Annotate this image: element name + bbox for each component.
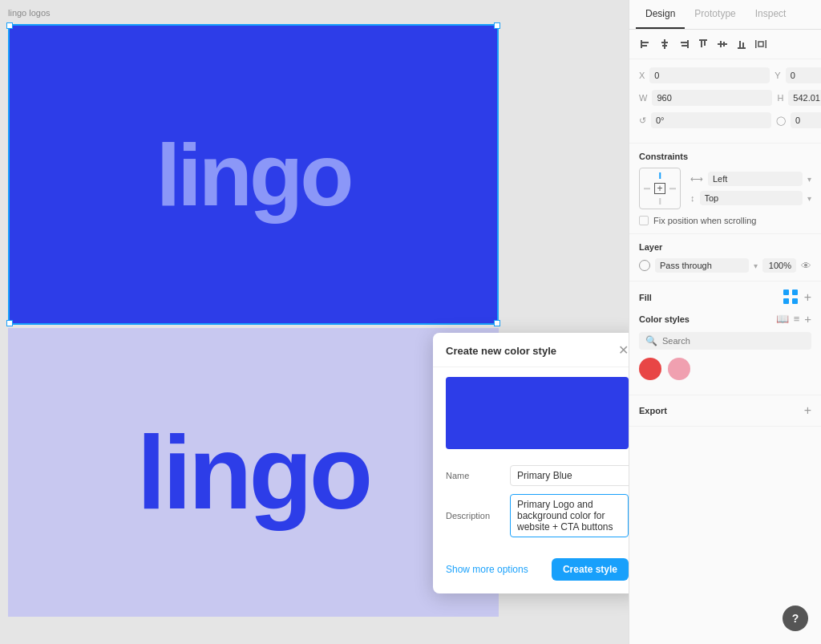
svg-rect-4 [661, 42, 668, 43]
xy-row: X Y [639, 67, 811, 83]
position-section: X Y W H ↕ ↺ ◯ ⤡ [629, 59, 821, 144]
show-more-link[interactable]: Show more options [446, 564, 528, 575]
svg-rect-10 [701, 41, 702, 47]
constraint-dropdowns: ⟷ LeftRightCenterScale ▾ ↕ TopBottomCent… [690, 172, 811, 205]
chevron-h-icon: ▾ [807, 175, 811, 184]
blend-mode-select[interactable]: Pass throughNormalMultiply [655, 258, 749, 273]
fill-section: Fill + Color styles 📖 ≡ + 🔍 [629, 281, 821, 395]
visibility-icon[interactable]: 👁 [801, 260, 811, 272]
layer-row: Pass throughNormalMultiply ▾ 👁 [639, 258, 811, 273]
description-label: Description [446, 511, 502, 520]
corner-handle-tl[interactable] [6, 22, 13, 29]
constraint-line-right [669, 188, 676, 189]
export-section: Export + [629, 395, 821, 427]
search-icon: 🔍 [645, 335, 657, 346]
name-field-row: Name Primary Blue [446, 465, 629, 486]
constraints-section: Constraints ⟷ LeftRightCenterScale ▾ ↕ [629, 144, 821, 234]
layer-section: Layer Pass throughNormalMultiply ▾ 👁 [629, 234, 821, 281]
align-center-v-icon[interactable] [716, 38, 729, 51]
library-icon[interactable]: 📖 [776, 313, 789, 325]
right-panel: Design Prototype Inspect X Y [629, 0, 821, 644]
logo-text-blue: lingo [156, 124, 351, 225]
color-swatch-pink[interactable] [668, 358, 690, 380]
svg-rect-18 [755, 40, 757, 48]
chevron-v-icon: ▾ [807, 194, 811, 203]
svg-rect-8 [681, 45, 687, 47]
fill-header: Fill + [639, 290, 811, 306]
vertical-constraint-row: ↕ TopBottomCenterScale ▾ [690, 191, 811, 205]
grid-dot-4 [792, 298, 798, 304]
add-color-style-icon[interactable]: + [804, 312, 811, 326]
corner-handle-tr[interactable] [494, 22, 500, 29]
svg-rect-11 [704, 41, 706, 46]
search-input[interactable] [662, 336, 805, 346]
corner-handle-br[interactable] [494, 320, 500, 326]
fill-style-icon[interactable] [783, 290, 799, 306]
vertical-constraint-icon: ↕ [690, 193, 695, 203]
horizontal-constraint-row: ⟷ LeftRightCenterScale ▾ [690, 172, 811, 186]
align-top-icon[interactable] [697, 38, 710, 51]
tab-prototype[interactable]: Prototype [685, 0, 745, 29]
corner-handle-bl[interactable] [6, 320, 13, 326]
distribute-icon[interactable] [754, 38, 767, 51]
align-right-icon[interactable] [677, 38, 690, 51]
logo-box-blue[interactable]: lingo 960 × 542.01 [8, 24, 499, 325]
svg-rect-3 [664, 39, 665, 49]
horizontal-constraint-select[interactable]: LeftRightCenterScale [708, 172, 803, 186]
list-view-icon[interactable]: ≡ [794, 313, 800, 325]
align-left-icon[interactable] [639, 38, 652, 51]
align-bottom-icon[interactable] [735, 38, 748, 51]
canvas-label: lingo logos [8, 8, 51, 18]
x-input[interactable] [649, 67, 770, 83]
description-input[interactable]: Primary Logo and background color for we… [510, 494, 629, 537]
add-export-icon[interactable]: + [804, 403, 811, 418]
search-bar: 🔍 [639, 332, 811, 350]
constraint-visual [639, 168, 681, 209]
grid-dot-1 [783, 290, 789, 295]
name-label: Name [446, 471, 502, 480]
h-input[interactable] [788, 90, 821, 106]
canvas-area: lingo logos lingo 960 × 542.01 lingo Cre… [0, 0, 629, 644]
alignment-row [629, 30, 821, 59]
modal-footer: Show more options Create style [433, 558, 629, 593]
modal-header: Create new color style ✕ [433, 333, 629, 367]
logo-box-light: lingo [8, 328, 499, 617]
horizontal-constraint-icon: ⟷ [690, 174, 703, 184]
svg-rect-14 [723, 42, 725, 47]
color-styles-header: Color styles 📖 ≡ + [639, 312, 811, 326]
close-icon[interactable]: ✕ [618, 344, 629, 357]
help-button[interactable]: ? [783, 606, 808, 631]
create-style-button[interactable]: Create style [552, 558, 629, 581]
rotation-input[interactable] [651, 112, 771, 128]
w-input[interactable] [652, 90, 772, 106]
svg-rect-0 [641, 40, 642, 48]
vertical-constraint-select[interactable]: TopBottomCenterScale [700, 191, 803, 205]
modal-body: Name Primary Blue Description Primary Lo… [433, 459, 629, 558]
name-input[interactable]: Primary Blue [510, 465, 629, 486]
rotation-row: ↺ ◯ ⤡ [639, 112, 811, 128]
color-styles-icons: 📖 ≡ + [776, 312, 811, 326]
svg-rect-12 [718, 43, 727, 45]
svg-rect-16 [739, 41, 741, 47]
tab-design[interactable]: Design [636, 0, 685, 29]
corner-radius-input[interactable] [791, 112, 821, 128]
create-color-style-modal: Create new color style ✕ Name Primary Bl… [433, 333, 629, 593]
color-swatch-red[interactable] [639, 358, 661, 380]
fix-scroll-label: Fix position when scrolling [653, 216, 756, 225]
add-fill-icon[interactable]: + [804, 290, 811, 305]
y-input[interactable] [786, 67, 821, 83]
layer-title: Layer [639, 242, 811, 252]
opacity-input[interactable] [762, 258, 796, 273]
grid-dot-3 [783, 298, 789, 304]
logos-container: lingo 960 × 542.01 lingo [8, 24, 499, 617]
tab-inspect[interactable]: Inspect [746, 0, 796, 29]
corner-radius-label: ◯ [776, 115, 786, 126]
svg-rect-15 [738, 47, 746, 49]
align-center-h-icon[interactable] [658, 38, 671, 51]
w-label: W [639, 93, 647, 103]
blend-mode-chevron: ▾ [754, 261, 758, 270]
export-title: Export [639, 406, 667, 415]
constraint-center [654, 183, 665, 194]
fill-title: Fill [639, 293, 652, 302]
fix-scroll-checkbox[interactable] [639, 216, 649, 225]
